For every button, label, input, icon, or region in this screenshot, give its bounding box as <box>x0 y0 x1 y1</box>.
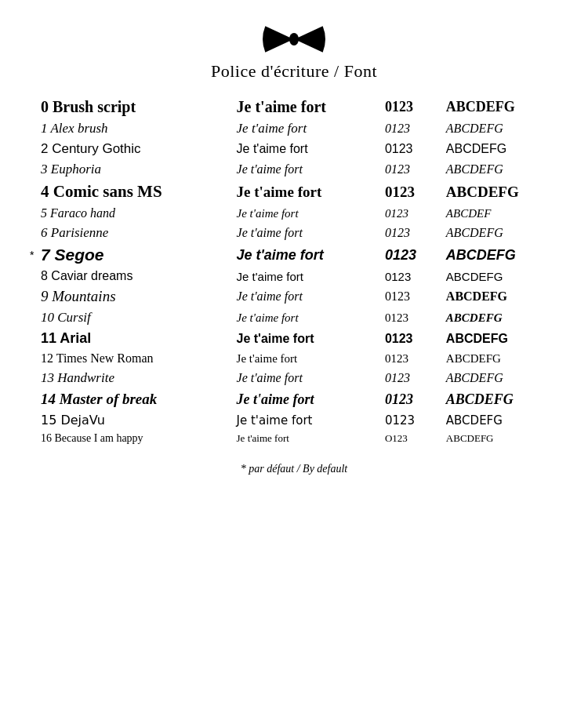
font-sample: Je t'aime fort <box>232 243 380 267</box>
font-nums: 0123 <box>380 180 441 204</box>
font-table: 0 Brush scriptJe t'aime fort0123ABCDEFG1… <box>24 96 564 447</box>
font-sample: Je t'aime fort <box>232 388 380 410</box>
star-cell <box>24 223 36 243</box>
star-cell <box>24 267 36 286</box>
font-name: 3 Euphoria <box>36 159 232 180</box>
font-name: 13 Handwrite <box>36 368 232 388</box>
font-nums: 0123 <box>380 308 441 328</box>
font-sample: Je t'aime fort <box>232 286 380 308</box>
font-nums: 0123 <box>380 223 441 243</box>
font-name: 16 Because I am happy <box>36 430 232 447</box>
font-name: 11 Arial <box>36 328 232 349</box>
font-sample: Je t'aime fort <box>232 118 380 139</box>
font-abc: ABCDEFG <box>441 286 564 308</box>
font-sample: Je t'aime fort <box>232 96 380 118</box>
star-cell <box>24 139 36 159</box>
table-row: 0 Brush scriptJe t'aime fort0123ABCDEFG <box>24 96 564 118</box>
font-nums: 0123 <box>380 349 441 368</box>
table-row: 13 HandwriteJe t'aime fort0123ABCDEFG <box>24 368 564 388</box>
table-row: 9 MountainsJe t'aime fort0123ABCDEFG <box>24 286 564 308</box>
font-sample: Je t'aime fort <box>232 223 380 243</box>
table-row: 15 DejaVuJe t'aime fort0123ABCDEFG <box>24 410 564 430</box>
table-row: 6 ParisienneJe t'aime fort0123ABCDEFG <box>24 223 564 243</box>
font-sample: Je t'aime fort <box>232 368 380 388</box>
font-abc: ABCDEF <box>441 204 564 223</box>
star-cell <box>24 286 36 308</box>
font-abc: ABCDEFG <box>441 180 564 204</box>
font-sample: Je t'aime fort <box>232 430 380 447</box>
star-cell <box>24 180 36 204</box>
font-name: 1 Alex brush <box>36 118 232 139</box>
star-cell <box>24 388 36 410</box>
font-nums: 0123 <box>380 388 441 410</box>
font-abc: ABCDEFG <box>441 96 564 118</box>
font-sample: Je t'aime fort <box>232 267 380 286</box>
font-name: 7 Segoe <box>36 243 232 267</box>
font-nums: 0123 <box>380 118 441 139</box>
font-abc: ABCDEFG <box>441 388 564 410</box>
star-cell <box>24 368 36 388</box>
star-cell <box>24 204 36 223</box>
font-sample: Je t'aime fort <box>232 349 380 368</box>
font-nums: 0123 <box>380 267 441 286</box>
font-abc: ABCDEFG <box>441 118 564 139</box>
font-sample: Je t'aime fort <box>232 308 380 328</box>
font-sample: Je t'aime fort <box>232 410 380 430</box>
star-cell <box>24 410 36 430</box>
star-cell <box>24 159 36 180</box>
font-abc: ABCDEFG <box>441 159 564 180</box>
table-row: 3 EuphoriaJe t'aime fort0123ABCDEFG <box>24 159 564 180</box>
table-row: 12 Times New RomanJe t'aime fort0123ABCD… <box>24 349 564 368</box>
font-nums: 0123 <box>380 328 441 349</box>
font-name: 12 Times New Roman <box>36 349 232 368</box>
bowtie-icon <box>263 24 325 55</box>
table-row: 5 Faraco handJe t'aime fort0123ABCDEF <box>24 204 564 223</box>
table-row: 10 CursifJe t'aime fort0123ABCDEFG <box>24 308 564 328</box>
font-name: 2 Century Gothic <box>36 139 232 159</box>
font-sample: Je t'aime fort <box>232 204 380 223</box>
page-title: Police d'écriture / Font <box>211 61 377 82</box>
font-abc: ABCDEFG <box>441 430 564 447</box>
font-abc: ABCDEFG <box>441 267 564 286</box>
font-name: 5 Faraco hand <box>36 204 232 223</box>
table-row: 16 Because I am happyJe t'aime fortO123A… <box>24 430 564 447</box>
font-nums: 0123 <box>380 204 441 223</box>
font-abc: ABCDEFG <box>441 308 564 328</box>
star-cell <box>24 430 36 447</box>
font-sample: Je t'aime fort <box>232 328 380 349</box>
star-cell <box>24 328 36 349</box>
table-row: 4 Comic sans MSJe t'aime fort0123ABCDEFG <box>24 180 564 204</box>
star-cell <box>24 118 36 139</box>
star-cell <box>24 349 36 368</box>
table-row: 8 Caviar dreamsJe t'aime fort0123ABCDEFG <box>24 267 564 286</box>
font-name: 4 Comic sans MS <box>36 180 232 204</box>
font-sample: Je t'aime fort <box>232 139 380 159</box>
table-row: *7 SegoeJe t'aime fort0123ABCDEFG <box>24 243 564 267</box>
font-abc: ABCDEFG <box>441 223 564 243</box>
font-nums: 0123 <box>380 286 441 308</box>
table-row: 1 Alex brushJe t'aime fort0123ABCDEFG <box>24 118 564 139</box>
font-nums: 0123 <box>380 159 441 180</box>
star-cell <box>24 308 36 328</box>
font-name: 6 Parisienne <box>36 223 232 243</box>
table-row: 14 Master of breakJe t'aime fort0123ABCD… <box>24 388 564 410</box>
footer-note: * par défaut / By default <box>241 463 347 475</box>
font-nums: 0123 <box>380 368 441 388</box>
font-abc: ABCDEFG <box>441 410 564 430</box>
font-abc: ABCDEFG <box>441 139 564 159</box>
font-name: 9 Mountains <box>36 286 232 308</box>
font-nums: 0123 <box>380 243 441 267</box>
font-name: 14 Master of break <box>36 388 232 410</box>
font-name: 0 Brush script <box>36 96 232 118</box>
font-nums: 0123 <box>380 410 441 430</box>
svg-point-0 <box>289 33 299 45</box>
table-row: 11 ArialJe t'aime fort0123ABCDEFG <box>24 328 564 349</box>
font-name: 15 DejaVu <box>36 410 232 430</box>
table-row: 2 Century GothicJe t'aime fort0123ABCDEF… <box>24 139 564 159</box>
font-sample: Je t'aime fort <box>232 180 380 204</box>
star-cell: * <box>24 243 36 267</box>
font-nums: 0123 <box>380 139 441 159</box>
font-abc: ABCDEFG <box>441 243 564 267</box>
font-abc: ABCDEFG <box>441 368 564 388</box>
font-nums: 0123 <box>380 96 441 118</box>
